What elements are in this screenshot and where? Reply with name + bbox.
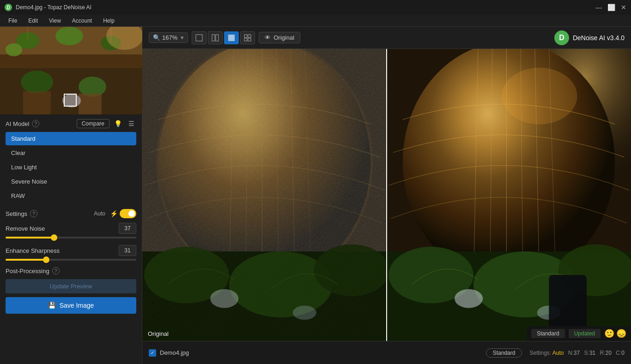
view-split-v-button[interactable] <box>224 31 239 44</box>
original-label: Original <box>273 34 294 41</box>
lightning-icon: ⚡ <box>110 210 118 217</box>
zoom-control[interactable]: 🔍 167% ▾ <box>149 32 188 43</box>
settings-title: Settings ? <box>6 210 37 217</box>
maximize-button[interactable]: ⬜ <box>607 4 615 11</box>
settings-help-icon[interactable]: ? <box>30 210 37 217</box>
compare-strip: Standard Updated 🙂 😞 <box>527 326 631 341</box>
svg-rect-18 <box>216 35 218 41</box>
remove-noise-value[interactable]: 37 <box>119 223 136 234</box>
single-view-icon <box>195 34 203 42</box>
processed-image-svg <box>387 49 631 341</box>
svg-rect-10 <box>0 68 142 114</box>
post-processing-title: Post-Processing ? <box>6 267 136 274</box>
save-icon: 💾 <box>48 302 56 309</box>
svg-point-5 <box>6 43 22 56</box>
enhance-sharpness-thumb[interactable] <box>43 257 49 263</box>
minimize-button[interactable]: — <box>595 4 602 11</box>
model-item-severe-noise[interactable]: Severe Noise <box>6 175 136 188</box>
thumbnail-selector[interactable] <box>64 94 77 107</box>
happy-emoji-button[interactable]: 🙂 <box>604 328 614 339</box>
sharpness-s-value: 31 <box>589 350 595 356</box>
remove-noise-label: Remove Noise <box>6 225 45 232</box>
updated-compare-label: Updated <box>569 329 601 338</box>
svg-rect-19 <box>228 35 235 41</box>
remove-noise-fill <box>6 237 54 239</box>
window-controls[interactable]: — ⬜ ✕ <box>595 4 626 11</box>
update-preview-button[interactable]: Update Preview <box>6 279 136 293</box>
zoom-chevron-icon: ▾ <box>181 34 184 41</box>
list-icon-button[interactable]: ☰ <box>127 119 136 128</box>
menu-account[interactable]: Account <box>67 17 97 25</box>
settings-info-label: Settings: <box>529 350 551 356</box>
left-panel: AI Model ? Compare 💡 ☰ Standard Clear Lo… <box>0 27 142 364</box>
thumbnail-image <box>0 27 142 114</box>
file-name: Demo4.jpg <box>160 349 189 356</box>
standard-compare-label: Standard <box>531 329 565 338</box>
ai-model-title: AI Model ? <box>6 120 39 127</box>
sad-emoji-button[interactable]: 😞 <box>616 328 626 339</box>
toolbar-right: D DeNoise AI v3.4.0 <box>554 30 625 45</box>
ai-model-actions: Compare 💡 ☰ <box>77 119 136 128</box>
post-processing-help-icon[interactable]: ? <box>52 267 60 274</box>
eye-icon: 👁 <box>265 34 271 41</box>
quad-view-icon <box>244 34 251 42</box>
view-quad-button[interactable] <box>240 31 255 44</box>
title-bar: D Demo4.jpg - Topaz DeNoise AI — ⬜ ✕ <box>0 0 631 15</box>
svg-rect-13 <box>23 91 51 114</box>
view-single-button[interactable] <box>192 31 206 44</box>
svg-rect-40 <box>142 49 387 341</box>
view-buttons <box>192 31 255 44</box>
comparison-divider <box>386 49 387 341</box>
post-processing-label: Post-Processing <box>6 268 49 274</box>
window-title: Demo4.jpg - Topaz DeNoise AI <box>16 4 91 11</box>
save-label: Save Image <box>60 302 94 309</box>
auto-toggle[interactable] <box>120 209 136 218</box>
remove-noise-track[interactable] <box>6 237 136 239</box>
file-checkbox[interactable] <box>149 349 156 357</box>
original-image-panel: Original <box>142 49 387 341</box>
brand-icon: D <box>554 30 569 45</box>
zoom-icon: 🔍 <box>153 34 160 41</box>
svg-point-55 <box>455 289 483 308</box>
original-image-svg <box>142 49 387 341</box>
model-item-raw[interactable]: RAW <box>6 189 136 203</box>
svg-point-50 <box>502 68 577 125</box>
color-c-label: C: <box>616 350 621 356</box>
thumbnail-area <box>0 27 142 114</box>
enhance-sharpness-label: Enhance Sharpness <box>6 247 60 254</box>
enhance-sharpness-track[interactable] <box>6 259 136 261</box>
svg-rect-16 <box>196 35 202 41</box>
close-button[interactable]: ✕ <box>621 4 626 11</box>
enhance-sharpness-fill <box>6 259 46 261</box>
remove-noise-thumb[interactable] <box>51 234 57 241</box>
original-button[interactable]: 👁 Original <box>259 32 300 43</box>
toolbar: 🔍 167% ▾ <box>142 27 631 49</box>
menu-file[interactable]: File <box>4 17 22 25</box>
ai-model-help-icon[interactable]: ? <box>32 120 39 127</box>
noise-n-label: N: <box>568 350 574 356</box>
enhance-sharpness-section: Enhance Sharpness 31 <box>6 245 136 261</box>
app-icon: D <box>5 4 12 11</box>
compare-button[interactable]: Compare <box>77 119 109 128</box>
model-item-low-light[interactable]: Low Light <box>6 161 136 174</box>
raw-r-label: R: <box>600 350 606 356</box>
status-bar: Demo4.jpg Standard Settings: Auto N:37 S… <box>142 341 631 364</box>
remove-noise-row: Remove Noise 37 <box>6 223 136 234</box>
bulb-icon-button[interactable]: 💡 <box>112 119 124 128</box>
model-item-clear[interactable]: Clear <box>6 146 136 160</box>
brand-logo: D DeNoise AI v3.4.0 <box>554 30 625 45</box>
toggle-thumb <box>128 210 135 217</box>
save-image-button[interactable]: 💾 Save Image <box>6 297 136 314</box>
menu-view[interactable]: View <box>44 17 66 25</box>
menu-edit[interactable]: Edit <box>24 17 42 25</box>
auto-label: Auto <box>94 210 105 217</box>
enhance-sharpness-value[interactable]: 31 <box>119 245 136 256</box>
view-split-h-button[interactable] <box>208 31 223 44</box>
model-badge[interactable]: Standard <box>486 348 522 358</box>
menu-help[interactable]: Help <box>98 17 119 25</box>
settings-auto-value: Auto <box>552 350 564 356</box>
brand-text: DeNoise AI v3.4.0 <box>573 34 625 42</box>
zoom-value: 167% <box>162 34 177 41</box>
split-v-view-icon <box>228 34 235 42</box>
model-item-standard[interactable]: Standard <box>6 132 136 145</box>
